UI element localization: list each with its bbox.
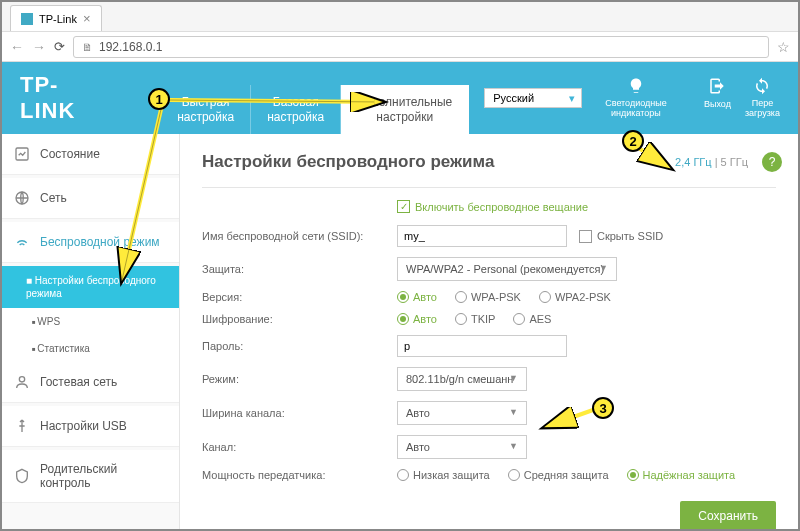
app-header: TP-LINK Быстрая настройка Базовая настро… (2, 62, 798, 134)
bulb-icon (626, 77, 646, 95)
led-button[interactable]: Светодиодные индикаторы (582, 77, 690, 119)
reload-icon[interactable]: ⟳ (54, 39, 65, 54)
label-width: Ширина канала: (202, 407, 397, 419)
hide-ssid-checkbox[interactable]: Скрыть SSID (579, 230, 663, 243)
header-actions: Светодиодные индикаторы Выход Пере загру… (582, 77, 780, 119)
sidebar-sub-stats[interactable]: Статистика (2, 335, 179, 362)
sidebar-item-status[interactable]: Состояние (2, 134, 179, 175)
label-ssid: Имя беспроводной сети (SSID): (202, 230, 397, 242)
channel-select[interactable]: Авто (397, 435, 527, 459)
main-panel: 2,4 ГГц | 5 ГГц ? Настройки беспроводног… (180, 134, 798, 529)
language-select[interactable]: Русский (484, 88, 582, 108)
tab-title: TP-Link (39, 13, 77, 25)
encryption-tkip-radio[interactable]: TKIP (455, 313, 495, 325)
version-auto-radio[interactable]: Авто (397, 291, 437, 303)
reboot-button[interactable]: Пере загрузка (745, 77, 780, 119)
sidebar-sub-wireless-settings[interactable]: ■ Настройки беспроводного режима (2, 266, 179, 308)
browser-tab-bar: TP-Link × (2, 2, 798, 32)
txpower-low-radio[interactable]: Низкая защита (397, 469, 490, 481)
guest-icon (14, 374, 30, 390)
svg-point-2 (19, 377, 24, 382)
address-bar: ← → ⟳ 🗎 192.168.0.1 ☆ (2, 32, 798, 62)
label-security: Защита: (202, 263, 397, 275)
sidebar-item-wireless[interactable]: Беспроводной режим (2, 222, 179, 263)
logo: TP-LINK (20, 72, 111, 124)
checkbox-icon (397, 200, 410, 213)
label-mode: Режим: (202, 373, 397, 385)
sidebar-item-network[interactable]: Сеть (2, 178, 179, 219)
encryption-auto-radio[interactable]: Авто (397, 313, 437, 325)
tab-advanced-setup[interactable]: Дополнительные настройки (341, 85, 469, 134)
reboot-icon (752, 77, 772, 95)
sidebar-item-parental[interactable]: Родительский контроль (2, 450, 179, 503)
label-channel: Канал: (202, 441, 397, 453)
usb-icon (14, 418, 30, 434)
ssid-input[interactable] (397, 225, 567, 247)
version-wpa-radio[interactable]: WPA-PSK (455, 291, 521, 303)
page-icon: 🗎 (82, 41, 93, 53)
url-input[interactable]: 🗎 192.168.0.1 (73, 36, 769, 58)
status-icon (14, 146, 30, 162)
frequency-switch: 2,4 ГГц | 5 ГГц (675, 156, 748, 168)
label-password: Пароль: (202, 340, 397, 352)
tab-basic-setup[interactable]: Базовая настройка (251, 85, 341, 134)
freq-24ghz[interactable]: 2,4 ГГц (675, 156, 712, 168)
wifi-icon (14, 234, 30, 250)
txpower-medium-radio[interactable]: Средняя защита (508, 469, 609, 481)
label-version: Версия: (202, 291, 397, 303)
txpower-high-radio[interactable]: Надёжная защита (627, 469, 736, 481)
close-tab-icon[interactable]: × (83, 11, 91, 26)
bookmark-icon[interactable]: ☆ (777, 39, 790, 55)
main-nav: Быстрая настройка Базовая настройка Допо… (161, 85, 469, 134)
browser-tab[interactable]: TP-Link × (10, 5, 102, 31)
forward-icon: → (32, 39, 46, 55)
version-wpa2-radio[interactable]: WPA2-PSK (539, 291, 611, 303)
shield-icon (14, 468, 30, 484)
enable-wireless-checkbox[interactable]: Включить беспроводное вещание (397, 200, 776, 213)
divider (202, 187, 776, 188)
favicon (21, 13, 33, 25)
width-select[interactable]: Авто (397, 401, 527, 425)
checkbox-icon (579, 230, 592, 243)
help-button[interactable]: ? (762, 152, 782, 172)
freq-5ghz[interactable]: 5 ГГц (721, 156, 748, 168)
label-txpower: Мощность передатчика: (202, 469, 397, 481)
save-button[interactable]: Сохранить (680, 501, 776, 529)
password-input[interactable] (397, 335, 567, 357)
sidebar-item-usb[interactable]: Настройки USB (2, 406, 179, 447)
mode-select[interactable]: 802.11b/g/n смешанн (397, 367, 527, 391)
logout-icon (707, 77, 727, 95)
label-encryption: Шифрование: (202, 313, 397, 325)
tab-quick-setup[interactable]: Быстрая настройка (161, 85, 251, 134)
globe-icon (14, 190, 30, 206)
security-select[interactable]: WPA/WPA2 - Personal (рекомендуется) (397, 257, 617, 281)
sidebar-item-guest[interactable]: Гостевая сеть (2, 362, 179, 403)
back-icon[interactable]: ← (10, 39, 24, 55)
sidebar: Состояние Сеть Беспроводной режим ■ Наст… (2, 134, 180, 529)
sidebar-sub-wps[interactable]: WPS (2, 308, 179, 335)
url-text: 192.168.0.1 (99, 40, 162, 54)
logout-button[interactable]: Выход (704, 77, 731, 119)
content-area: Состояние Сеть Беспроводной режим ■ Наст… (2, 134, 798, 529)
encryption-aes-radio[interactable]: AES (513, 313, 551, 325)
